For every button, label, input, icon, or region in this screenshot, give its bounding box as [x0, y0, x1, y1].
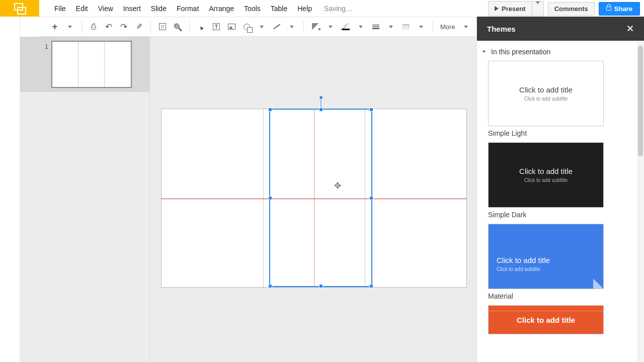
line-color-button[interactable] — [339, 20, 352, 33]
theme-preview-title: Click to add title — [519, 167, 573, 175]
chevron-down-icon — [536, 2, 540, 13]
menu-insert[interactable]: Insert — [118, 2, 146, 16]
lock-icon — [606, 7, 611, 11]
redo-icon — [120, 22, 127, 32]
line-weight-dropdown[interactable] — [384, 20, 397, 33]
shape-dropdown[interactable] — [255, 20, 268, 33]
theme-preview: Click to add title Click to add subtitle — [488, 224, 604, 289]
fill-dropdown[interactable] — [324, 20, 337, 33]
comments-button[interactable]: Comments — [548, 2, 595, 16]
fill-color-button[interactable] — [309, 20, 322, 33]
separator — [82, 21, 82, 33]
resize-handle-r[interactable] — [369, 196, 373, 200]
chevron-down-icon — [389, 26, 393, 28]
present-label: Present — [502, 5, 526, 13]
slide-thumb-preview — [52, 42, 131, 87]
rotate-handle[interactable] — [319, 96, 323, 100]
slide-number: 1 — [20, 42, 48, 50]
share-button[interactable]: Share — [599, 2, 640, 16]
move-cursor-icon — [334, 180, 343, 190]
paint-format-button[interactable] — [132, 20, 145, 33]
panel-scrollbar-track[interactable] — [637, 41, 644, 362]
line-dash-button[interactable] — [399, 20, 413, 33]
line-dash-dropdown[interactable] — [415, 20, 428, 33]
resize-handle-b[interactable] — [319, 284, 323, 288]
slide-thumbnail[interactable]: 1 — [20, 37, 149, 92]
undo-button[interactable] — [102, 20, 115, 33]
chevron-down-icon — [359, 26, 363, 28]
resize-handle-bl[interactable] — [268, 284, 272, 288]
menu-slide[interactable]: Slide — [146, 2, 172, 16]
theme-card-swiss[interactable]: Click to add title — [488, 305, 604, 334]
share-label: Share — [614, 5, 632, 13]
themes-section-header[interactable]: In this presentation — [477, 41, 644, 61]
page-fold-icon — [593, 279, 603, 289]
theme-card-simple-dark[interactable]: Click to add title Click to add subtitle… — [488, 142, 604, 219]
theme-name: Simple Dark — [488, 211, 604, 219]
line-tool[interactable] — [270, 20, 283, 33]
menu-view[interactable]: View — [93, 2, 118, 16]
theme-preview-subtitle: Click to add subtitle — [524, 96, 568, 102]
menu-file[interactable]: File — [49, 2, 71, 16]
chevron-down-icon — [464, 26, 468, 28]
image-tool[interactable] — [225, 20, 238, 33]
menu-tools[interactable]: Tools — [239, 2, 266, 16]
image-icon — [228, 24, 235, 30]
theme-preview-subtitle: Click to add subtitle — [524, 177, 568, 183]
fit-icon — [159, 23, 166, 30]
new-slide-dropdown[interactable] — [63, 20, 76, 33]
theme-preview-subtitle: Click to add subtitle — [497, 266, 540, 272]
close-panel-button[interactable]: ✕ — [626, 23, 634, 34]
resize-handle-tr[interactable] — [369, 108, 373, 112]
themes-panel-title: Themes — [487, 25, 516, 33]
panel-scrollbar-thumb[interactable] — [638, 46, 643, 156]
more-button[interactable]: More — [438, 23, 457, 31]
menu-help[interactable]: Help — [292, 2, 317, 16]
shape-tool[interactable] — [240, 20, 253, 33]
theme-preview: Click to add title — [488, 305, 604, 334]
fit-button[interactable] — [156, 20, 169, 33]
present-dropdown[interactable] — [532, 1, 544, 16]
resize-handle-l[interactable] — [268, 196, 272, 200]
left-gutter — [0, 17, 20, 362]
theme-list: Click to add title Click to add subtitle… — [477, 61, 644, 344]
new-slide-button[interactable]: + — [48, 20, 61, 33]
menu-edit[interactable]: Edit — [71, 2, 93, 16]
zoom-button[interactable] — [171, 20, 184, 33]
menu-table[interactable]: Table — [266, 2, 292, 16]
line-weight-button[interactable] — [369, 20, 382, 33]
cursor-icon — [198, 23, 204, 31]
menu-format[interactable]: Format — [172, 2, 204, 16]
textbox-tool[interactable]: T — [210, 20, 223, 33]
resize-handle-tl[interactable] — [268, 108, 272, 112]
play-icon — [495, 6, 499, 11]
present-button-group: Present — [488, 1, 544, 16]
print-button[interactable] — [87, 20, 100, 33]
separator — [150, 21, 151, 33]
theme-preview-title: Click to add title — [519, 85, 573, 94]
resize-handle-t[interactable] — [319, 108, 323, 112]
theme-card-simple-light[interactable]: Click to add title Click to add subtitle… — [488, 61, 604, 137]
theme-preview: Click to add title Click to add subtitle — [488, 142, 604, 208]
select-tool[interactable] — [195, 20, 208, 33]
separator — [189, 21, 190, 33]
selected-shape[interactable] — [269, 109, 372, 287]
theme-name: Material — [488, 292, 604, 300]
theme-preview-title: Click to add title — [497, 256, 550, 264]
line-dropdown[interactable] — [285, 20, 298, 33]
theme-card-material[interactable]: Click to add title Click to add subtitle… — [488, 224, 604, 300]
menu-arrange[interactable]: Arrange — [204, 2, 239, 16]
more-dropdown[interactable] — [459, 20, 472, 33]
present-button[interactable]: Present — [488, 1, 532, 16]
line-color-dropdown[interactable] — [354, 20, 367, 33]
chevron-down-icon — [419, 26, 423, 28]
line-weight-icon — [372, 24, 379, 29]
canvas[interactable] — [150, 37, 476, 362]
resize-handle-br[interactable] — [369, 284, 373, 288]
undo-icon — [105, 22, 112, 32]
fill-icon — [312, 23, 319, 30]
line-dash-icon — [403, 25, 410, 29]
printer-icon — [91, 22, 96, 31]
theme-preview-title: Click to add title — [517, 316, 575, 324]
redo-button[interactable] — [117, 20, 130, 33]
